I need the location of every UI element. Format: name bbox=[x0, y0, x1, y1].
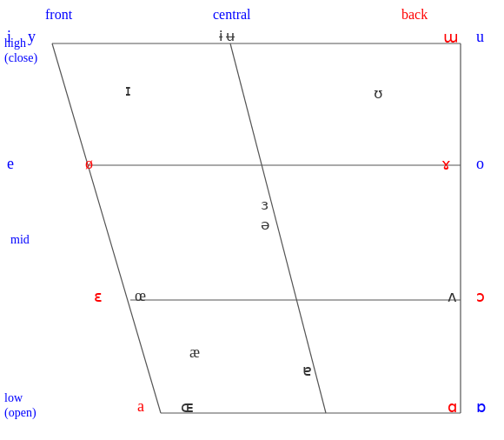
header-front: front bbox=[45, 7, 72, 23]
vowel-ash: æ bbox=[189, 343, 200, 362]
vowel-schwa: ə bbox=[261, 216, 269, 234]
row-low: low(open) bbox=[4, 391, 36, 421]
vowel-y: y bbox=[28, 28, 36, 46]
svg-line-6 bbox=[52, 43, 161, 413]
svg-rect-0 bbox=[48, 30, 461, 422]
vowel-u: u bbox=[476, 28, 484, 46]
vowel-ram-mid: ɤ bbox=[441, 155, 451, 174]
vowel-i: i bbox=[7, 28, 11, 46]
row-mid: mid bbox=[10, 233, 30, 247]
vowel-open-o: ɔ bbox=[476, 287, 485, 306]
vowel-small-i: ɪ bbox=[125, 81, 131, 100]
header-central: central bbox=[213, 7, 251, 23]
vowel-e: e bbox=[7, 155, 14, 173]
vowel-turned-a: ɐ bbox=[302, 361, 312, 380]
vowel-a: a bbox=[137, 397, 144, 416]
svg-line-7 bbox=[230, 43, 326, 413]
vowel-caret: ʌ bbox=[448, 287, 457, 306]
vowel-close-central: ɨ ʉ bbox=[219, 28, 235, 44]
vowel-oe: œ bbox=[135, 287, 146, 305]
vowel-reversed-epsilon: ɜ bbox=[261, 196, 269, 214]
vowel-epsilon: ɛ bbox=[94, 287, 103, 306]
vowel-oe-low: ɶ bbox=[181, 397, 194, 417]
vowel-chart-container: front central back high(close) mid low(o… bbox=[0, 0, 504, 440]
vowel-turned-script-a: ɒ bbox=[476, 397, 486, 417]
vowel-o-slash: ø bbox=[85, 155, 93, 173]
vowel-chart-svg bbox=[0, 0, 504, 440]
vowel-o: o bbox=[476, 155, 484, 173]
vowel-rams-horns: ɯ bbox=[443, 28, 459, 47]
vowel-horseshoe: ʊ bbox=[374, 84, 383, 103]
vowel-script-a: ɑ bbox=[448, 397, 457, 417]
header-back: back bbox=[401, 7, 428, 23]
